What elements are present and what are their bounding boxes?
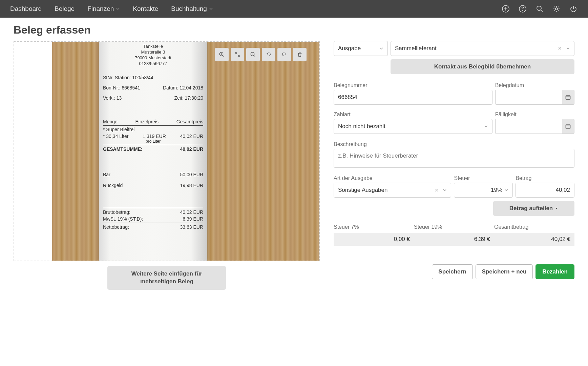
svg-point-2 xyxy=(522,10,523,11)
svg-point-3 xyxy=(537,6,541,11)
type-select[interactable]: Ausgabe xyxy=(334,41,388,56)
split-amount-label: Betrag aufteilen xyxy=(509,205,553,212)
save-button[interactable]: Speichern xyxy=(432,264,472,279)
paymethod-select[interactable]: Noch nicht bezahlt xyxy=(334,119,492,134)
nav-finanzen-label: Finanzen xyxy=(87,5,114,13)
grand-value: 40,02 € xyxy=(494,233,574,246)
amount-label: Betrag xyxy=(516,175,574,181)
page-title: Beleg erfassen xyxy=(14,24,588,36)
paymethod-label: Zahlart xyxy=(334,111,492,118)
nav-buchhaltung-label: Buchhaltung xyxy=(171,5,207,13)
nr-label: Belegnummer xyxy=(334,82,492,88)
due-input[interactable] xyxy=(495,119,562,134)
tax19-label: Steuer 19% xyxy=(414,224,494,230)
search-icon[interactable] xyxy=(535,4,544,13)
nav-right-group xyxy=(501,4,578,13)
receipt-total-lbl: GESAMTSUMME: xyxy=(103,146,143,152)
add-icon[interactable] xyxy=(501,4,510,13)
zoom-in-icon[interactable] xyxy=(215,48,229,61)
clear-contact-icon[interactable]: ✕ xyxy=(558,46,562,51)
receipt-dropzone[interactable]: Tankstelle Musteralle 3 79000 Musterstad… xyxy=(14,41,320,261)
amount-input-value: 40,02 xyxy=(555,187,570,194)
receipt-mwst-lbl: MwSt. 19% (ST:D): xyxy=(103,216,143,222)
date-input[interactable] xyxy=(495,90,562,105)
tax-select-value: 19% xyxy=(458,187,502,194)
split-amount-button[interactable]: Betrag aufteilen xyxy=(493,201,574,216)
receipt-paper: Tankstelle Musteralle 3 79000 Musterstad… xyxy=(99,42,207,261)
receipt-date: Datum: 12.04.2018 xyxy=(163,85,203,90)
receipt-pane: Tankstelle Musteralle 3 79000 Musterstad… xyxy=(14,41,320,290)
receipt-total-val: 40,02 EUR xyxy=(180,146,203,152)
tax19-value: 6,39 € xyxy=(414,233,494,246)
receipt-line2b: 1,319 EUR xyxy=(143,134,166,139)
nav-buchhaltung[interactable]: Buchhaltung xyxy=(171,5,213,13)
nav-belege[interactable]: Belege xyxy=(55,5,75,13)
power-icon[interactable] xyxy=(569,4,578,13)
receipt-line2a: * 30,34 Liter xyxy=(103,134,129,139)
amount-input[interactable]: 40,02 xyxy=(516,183,574,198)
caret-down-icon xyxy=(555,207,558,210)
nr-input-value: 666854 xyxy=(338,94,357,101)
contact-combo[interactable]: Sammellieferant ✕ xyxy=(391,41,574,56)
nav-kontakte[interactable]: Kontakte xyxy=(133,5,158,13)
desc-label: Beschreibung xyxy=(334,141,574,147)
receipt-bar-lbl: Bar xyxy=(103,172,110,177)
nav-kontakte-label: Kontakte xyxy=(133,5,158,13)
rotate-left-icon[interactable] xyxy=(262,48,275,61)
receipt-hdr-einzel: Einzelpreis xyxy=(135,119,158,124)
gear-icon[interactable] xyxy=(552,4,561,13)
add-page-button[interactable]: Weitere Seite einfügen für mehrseitigen … xyxy=(107,266,226,290)
main-layout: Tankstelle Musteralle 3 79000 Musterstad… xyxy=(0,41,588,300)
contact-combo-value: Sammellieferant xyxy=(395,45,437,52)
receipt-line1: * Super Bleifrei xyxy=(103,127,203,132)
receipt-merchant-name: Tankstelle xyxy=(103,44,203,49)
paymethod-select-value: Noch nicht bezahlt xyxy=(338,123,385,130)
nav-belege-label: Belege xyxy=(55,5,75,13)
receipt-rueck-val: 19,98 EUR xyxy=(180,183,203,188)
fullscreen-icon[interactable] xyxy=(231,48,244,61)
receipt-line2c: 40,02 EUR xyxy=(180,134,203,139)
due-picker-button[interactable] xyxy=(562,119,575,134)
date-picker-button[interactable] xyxy=(562,90,575,105)
rotate-right-icon[interactable] xyxy=(277,48,291,61)
take-contact-button[interactable]: Kontakt aus Belegbild übernehmen xyxy=(391,59,574,74)
tax-select[interactable]: 19% xyxy=(454,183,513,198)
svg-rect-7 xyxy=(566,96,570,100)
desc-textarea[interactable] xyxy=(334,149,574,168)
totals-row: Steuer 7% 0,00 € Steuer 19% 6,39 € Gesam… xyxy=(334,224,574,246)
save-and-new-button[interactable]: Speichern + neu xyxy=(476,264,533,279)
chevron-down-icon xyxy=(504,188,508,192)
receipt-netto-val: 33,63 EUR xyxy=(180,224,203,230)
receipt-mwst-val: 6,39 EUR xyxy=(183,216,203,222)
nav-finanzen[interactable]: Finanzen xyxy=(87,5,120,13)
receipt-merchant-phone: 0123/5566777 xyxy=(103,61,203,67)
receipt-rueck-lbl: Rückgeld xyxy=(103,183,123,188)
cat-label: Art der Ausgabe xyxy=(334,175,451,181)
zoom-out-icon[interactable] xyxy=(246,48,260,61)
receipt-image-toolbar xyxy=(215,48,307,61)
receipt-hdr-menge: Menge xyxy=(103,119,118,124)
cat-combo[interactable]: Sonstige Ausgaben ✕ xyxy=(334,183,451,198)
type-select-value: Ausgabe xyxy=(338,45,361,52)
chevron-down-icon xyxy=(116,7,120,11)
tax-label: Steuer xyxy=(454,175,513,181)
grand-label: Gesamtbetrag xyxy=(494,224,574,230)
nr-input[interactable]: 666854 xyxy=(334,90,492,105)
receipt-bar-val: 50,00 EUR xyxy=(180,172,203,177)
chevron-down-icon xyxy=(209,7,213,11)
delete-icon[interactable] xyxy=(293,48,307,61)
form-pane: Ausgabe Sammellieferant ✕ Kontakt aus Be… xyxy=(334,41,574,290)
date-label: Belegdatum xyxy=(495,82,574,88)
clear-cat-icon[interactable]: ✕ xyxy=(435,187,439,193)
nav-dashboard[interactable]: Dashboard xyxy=(10,5,42,13)
tax7-value: 0,00 € xyxy=(334,233,414,246)
chevron-down-icon xyxy=(566,46,570,50)
cat-combo-value: Sonstige Ausgaben xyxy=(338,187,388,194)
pay-button[interactable]: Bezahlen xyxy=(536,264,574,279)
receipt-zeit: Zeit: 17:30:20 xyxy=(174,95,203,101)
svg-point-4 xyxy=(555,8,558,10)
help-icon[interactable] xyxy=(518,4,527,13)
svg-rect-8 xyxy=(566,125,570,129)
receipt-tax-station: StNr. Station: 100/58/44 xyxy=(103,75,203,80)
action-buttons: Speichern Speichern + neu Bezahlen xyxy=(334,264,574,279)
